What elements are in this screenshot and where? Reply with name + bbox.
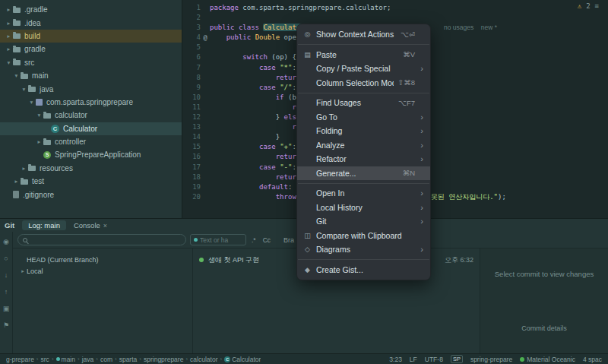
breadcrumb-item-java[interactable]: java	[82, 356, 94, 363]
text-filter-input[interactable]	[200, 236, 242, 244]
tree-item-gradle[interactable]: ▸.gradle	[0, 3, 182, 16]
gutter-annotation-icon[interactable]: @	[201, 33, 210, 43]
caret-position[interactable]: 3:23	[389, 356, 402, 363]
menu-item-analyze[interactable]: Analyze›	[297, 138, 430, 153]
commit-icon[interactable]: ◉	[3, 238, 9, 245]
line-number: 19	[182, 182, 201, 192]
chevron-right-icon[interactable]: ▸	[20, 165, 28, 172]
search-icon[interactable]: ○	[4, 255, 8, 262]
code-token	[210, 93, 276, 101]
chevron-down-icon[interactable]: ▾	[35, 112, 43, 119]
commit-search-box[interactable]	[17, 234, 186, 245]
menu-item-copy-paste-special[interactable]: Copy / Paste Special›	[297, 62, 430, 76]
line-separator[interactable]: LF	[410, 356, 417, 363]
chevron-down-icon[interactable]: ▾	[20, 86, 28, 93]
chevron-right-icon[interactable]: ▸	[5, 6, 13, 13]
tree-item-com-sparta-springprepare[interactable]: ▾com.sparta.springprepare	[0, 96, 182, 109]
ide-window: ▸.gradle▸.idea▸build▸gradle▾src▾main▾jav…	[0, 0, 608, 364]
branch-item-local[interactable]: ▸Local	[13, 265, 192, 277]
breadcrumb-item-springprepare[interactable]: springprepare	[144, 356, 183, 363]
chevron-down-icon[interactable]: ▾	[12, 72, 21, 79]
menu-item-find-usages[interactable]: Find Usages⌥F7	[297, 96, 430, 110]
tree-item-idea[interactable]: ▸.idea	[0, 16, 182, 29]
code-token	[210, 143, 259, 150]
file-encoding[interactable]: UTF-8	[425, 356, 443, 363]
push-icon[interactable]: ↑	[5, 288, 8, 296]
code-line-1[interactable]: 1package com.sparta.springprepare.calcul…	[182, 3, 608, 13]
breadcrumb-item-g-prepare[interactable]: g-prepare	[6, 356, 34, 363]
chevron-right-icon[interactable]: ▸	[19, 268, 27, 274]
match-case-toggle[interactable]: Cc	[261, 236, 272, 244]
breadcrumb-item-sparta[interactable]: sparta	[119, 356, 138, 363]
close-icon[interactable]: ×	[103, 222, 107, 229]
menu-item-column-selection-mode[interactable]: Column Selection Mode⇧⌘8	[297, 76, 430, 90]
breadcrumb-item-calculator[interactable]: calculator	[190, 356, 217, 363]
tab-log-main[interactable]: Log: main	[22, 220, 66, 230]
breadcrumb-item-main[interactable]: main	[56, 356, 75, 363]
code-token: case	[259, 143, 280, 150]
pull-icon[interactable]: ↓	[5, 271, 8, 279]
chevron-right-icon[interactable]: ▸	[35, 138, 43, 145]
breadcrumb-label: main	[62, 356, 75, 363]
menu-item-git[interactable]: Git›	[297, 214, 430, 229]
theme-widget[interactable]: Material Oceanic	[520, 356, 575, 363]
chevron-down-icon[interactable]: ▾	[27, 99, 36, 106]
menu-item-refactor[interactable]: Refactor›	[297, 152, 430, 166]
tree-item-src[interactable]: ▾src	[0, 56, 182, 69]
breadcrumb-item-com[interactable]: com	[100, 356, 112, 363]
indent-widget[interactable]: 4 spac	[583, 356, 602, 363]
branch-filter[interactable]: Bra	[283, 236, 294, 244]
menu-item-show-context-actions[interactable]: ◎Show Context Actions⌥⏎	[297, 27, 430, 42]
submenu-arrow-icon: ›	[419, 217, 423, 226]
code-token: );	[498, 193, 506, 201]
tree-item-springprepareapplication[interactable]: SSpringPrepareApplication	[0, 148, 182, 161]
breadcrumb-item-calculator[interactable]: CCalculator	[224, 356, 261, 363]
inspections-widget[interactable]: ⚠ 2 ≡	[578, 2, 599, 10]
code-token: package	[210, 4, 242, 11]
tree-item-calculator[interactable]: ▾calculator	[0, 109, 182, 122]
menu-item-paste[interactable]: ▤Paste⌘V	[297, 48, 430, 62]
sp-badge[interactable]: SP	[451, 355, 463, 363]
flag-icon[interactable]: ⚑	[3, 321, 9, 329]
tree-item-resources[interactable]: ▸resources	[0, 162, 182, 175]
chevron-down-icon[interactable]: ▾	[5, 59, 13, 66]
search-input[interactable]	[31, 236, 181, 244]
menu-item-open-in[interactable]: Open In›	[297, 186, 430, 201]
chevron-right-icon[interactable]: ▸	[5, 20, 13, 27]
code-vision-hint[interactable]: no usages new *	[444, 24, 497, 31]
menu-item-folding[interactable]: Folding›	[297, 124, 430, 138]
menu-item-compare-with-clipboard[interactable]: ◫Compare with Clipboard	[297, 229, 430, 243]
tree-item-main[interactable]: ▾main	[0, 69, 182, 82]
inspections-menu-icon[interactable]: ≡	[595, 2, 599, 10]
tree-item-gradle[interactable]: ▸gradle	[0, 43, 182, 55]
regex-toggle[interactable]: .*	[250, 236, 258, 244]
chevron-right-icon[interactable]: ▸	[5, 33, 13, 40]
stash-icon[interactable]: ▣	[3, 305, 10, 312]
line-number: 3	[182, 23, 201, 33]
menu-item-generate[interactable]: Generate...⌘N	[297, 166, 430, 181]
code-token	[210, 163, 259, 171]
menu-item-local-history[interactable]: Local History›	[297, 201, 430, 215]
menu-item-diagrams[interactable]: ◇Diagrams›	[297, 242, 430, 257]
tree-item-java[interactable]: ▾java	[0, 82, 182, 95]
code-line-2[interactable]: 2	[182, 13, 608, 23]
breadcrumb-item-src[interactable]: src	[41, 356, 49, 363]
branch-item-head-current-branch[interactable]: HEAD (Current Branch)	[13, 254, 192, 265]
chevron-right-icon[interactable]: ▸	[12, 178, 21, 185]
submenu-arrow-icon: ›	[419, 64, 423, 73]
text-filter-box[interactable]	[190, 234, 246, 245]
chevron-right-icon[interactable]: ▸	[5, 46, 13, 52]
folder-icon	[13, 21, 21, 26]
menu-item-go-to[interactable]: Go To›	[297, 110, 430, 125]
tree-item-gitignore[interactable]: .gitignore	[0, 188, 182, 201]
line-number: 10	[182, 93, 201, 103]
tree-item-build[interactable]: ▸build	[0, 30, 182, 43]
submenu-arrow-icon: ›	[419, 203, 423, 212]
tree-item-calculator[interactable]: CCalculator	[0, 122, 182, 135]
tree-item-controller[interactable]: ▸controller	[0, 135, 182, 148]
tab-console[interactable]: Console×	[68, 220, 113, 230]
git-branch-widget[interactable]: spring-prepare	[470, 356, 512, 363]
tree-item-test[interactable]: ▸test	[0, 175, 182, 188]
menu-item-create-gist[interactable]: ◆Create Gist...	[297, 263, 430, 277]
code-token	[210, 74, 276, 81]
